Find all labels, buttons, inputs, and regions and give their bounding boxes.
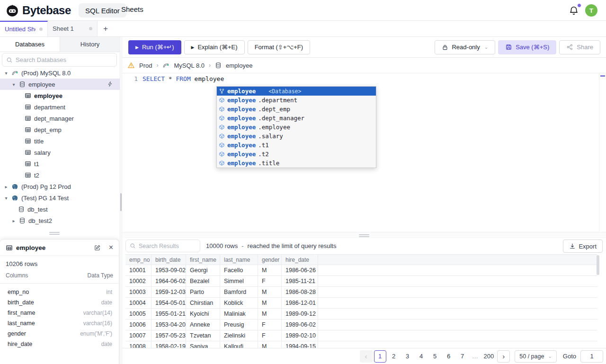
share-button[interactable]: Share bbox=[559, 40, 600, 54]
tree-item-database-employee[interactable]: ▾ employee bbox=[0, 79, 120, 90]
splitter-handle[interactable] bbox=[120, 193, 122, 211]
tab-databases[interactable]: Databases bbox=[0, 37, 60, 52]
cell: 1959-12-03 bbox=[152, 287, 186, 297]
tree-item-label: db_test bbox=[27, 206, 48, 213]
table-row[interactable]: 10005 1955-01-21 Kyoichi Maliniak M 1989… bbox=[125, 309, 597, 320]
column-name: gender bbox=[8, 330, 26, 337]
avatar[interactable]: T bbox=[585, 4, 597, 17]
table-row[interactable]: 10002 1964-06-02 Bezalel Simmel F 1985-1… bbox=[125, 276, 597, 287]
column-header[interactable]: emp_no bbox=[125, 255, 152, 265]
panel-resize-handle[interactable] bbox=[49, 232, 60, 235]
caret-down-icon[interactable]: ▾ bbox=[4, 195, 9, 201]
tree-item-table-dept-emp[interactable]: dept_emp bbox=[0, 124, 120, 135]
nav-sheets[interactable]: Sheets bbox=[121, 5, 143, 13]
table-row[interactable]: 10006 1953-04-20 Anneke Preusig F 1989-0… bbox=[125, 320, 597, 330]
page-button[interactable]: 2 bbox=[388, 350, 400, 363]
results-search-input[interactable] bbox=[139, 243, 196, 249]
suggest-item-table[interactable]: employee.salary bbox=[217, 132, 376, 141]
page-button[interactable]: 1 bbox=[374, 350, 386, 363]
caret-down-icon[interactable]: ▾ bbox=[4, 71, 9, 76]
tree-item-table-salary[interactable]: salary bbox=[0, 147, 120, 158]
tree-item-database-db-test2[interactable]: ▸ db_test2 bbox=[0, 215, 120, 226]
caret-right-icon[interactable]: ▸ bbox=[11, 218, 16, 223]
page-button[interactable]: 3 bbox=[401, 350, 414, 363]
format-button[interactable]: Format (⇧+⌥+F) bbox=[248, 40, 310, 54]
suggest-item-database[interactable]: employee <Database> bbox=[217, 87, 376, 96]
tree-item-table-employee[interactable]: employee bbox=[0, 90, 120, 101]
datatype-header: Data Type bbox=[88, 272, 113, 279]
autocomplete-popup: employee <Database> employee.department … bbox=[216, 86, 376, 168]
suggest-item-table[interactable]: employee.employee bbox=[217, 123, 376, 132]
cell: Zielinski bbox=[220, 330, 258, 341]
add-tab-icon[interactable]: + bbox=[98, 21, 114, 36]
suggest-item-table[interactable]: employee.department bbox=[217, 96, 376, 105]
caret-down-icon[interactable]: ▾ bbox=[11, 82, 16, 87]
tree-item-label: employee bbox=[34, 92, 62, 99]
table-row[interactable]: 10008 1958-02-19 Saniva Kalloufi M 1994-… bbox=[125, 341, 597, 348]
column-header[interactable]: hire_date bbox=[282, 255, 318, 265]
database-icon bbox=[19, 217, 26, 224]
page-button[interactable]: 5 bbox=[429, 350, 441, 363]
pagination-ellipsis: … bbox=[470, 353, 481, 360]
tab-history[interactable]: History bbox=[60, 37, 120, 52]
suggest-item-table[interactable]: employee.dept_emp bbox=[217, 105, 376, 114]
tree-item-instance-pg14[interactable]: ▾ (Test) PG 14 Test bbox=[0, 192, 120, 204]
explain-button[interactable]: ▶ Explain (⌘+E) bbox=[184, 40, 245, 54]
tree-item-database-db-test[interactable]: db_test bbox=[0, 204, 120, 215]
tree-item-table-t2[interactable]: t2 bbox=[0, 169, 120, 181]
suggest-item-table[interactable]: employee.t1 bbox=[217, 141, 376, 150]
database-icon bbox=[215, 62, 222, 69]
export-button[interactable]: Export bbox=[563, 240, 603, 253]
column-header[interactable]: last_name bbox=[220, 255, 258, 265]
edit-icon[interactable] bbox=[94, 244, 101, 251]
tree-item-table-title[interactable]: title bbox=[0, 135, 120, 147]
run-button[interactable]: ▶ Run (⌘+↵) bbox=[128, 40, 181, 54]
breadcrumb-environment[interactable]: Prod bbox=[139, 62, 152, 69]
tree-item-instance-mysql[interactable]: ▾ (Prod) MySQL 8.0 bbox=[0, 67, 120, 79]
table-row[interactable]: 10001 1953-09-02 Georgi Facello M 1986-0… bbox=[125, 265, 597, 276]
page-button[interactable]: 4 bbox=[415, 350, 428, 363]
sheet-tab-sheet1[interactable]: Sheet 1 bbox=[48, 21, 98, 36]
suggest-item-table[interactable]: employee.title bbox=[217, 159, 376, 168]
suggest-item-table[interactable]: employee.t2 bbox=[217, 150, 376, 159]
table-row[interactable]: 10004 1954-05-01 Chirstian Koblick M 198… bbox=[125, 298, 597, 309]
results-splitter[interactable] bbox=[122, 232, 606, 238]
search-input[interactable] bbox=[16, 56, 113, 63]
breadcrumb-instance[interactable]: MySQL 8.0 bbox=[174, 62, 205, 69]
next-page-button[interactable]: › bbox=[497, 350, 510, 363]
sql-star: * bbox=[169, 75, 172, 82]
tree-item-table-t1[interactable]: t1 bbox=[0, 158, 120, 169]
column-header[interactable]: birth_date bbox=[152, 255, 186, 265]
readonly-mode-select[interactable]: Read-only ⌄ bbox=[435, 40, 495, 54]
splitter-handle[interactable] bbox=[359, 234, 369, 238]
close-icon[interactable]: × bbox=[109, 244, 113, 251]
results-scrollbar[interactable] bbox=[597, 255, 599, 347]
goto-page-input[interactable] bbox=[580, 350, 603, 363]
page-size-select[interactable]: 50 / page ⌄ bbox=[515, 350, 557, 363]
prev-page-button[interactable]: ‹ bbox=[360, 350, 373, 363]
suggest-item-table[interactable]: employee.dept_manager bbox=[217, 114, 376, 123]
database-search[interactable] bbox=[2, 53, 117, 67]
results-panel: 10000 rows - reached the limit of query … bbox=[122, 238, 606, 364]
breadcrumb-database[interactable]: employee bbox=[226, 62, 252, 69]
page-button[interactable]: 6 bbox=[443, 350, 455, 363]
sheet-tab-untitled[interactable]: Untitled Sheet bbox=[0, 21, 48, 36]
caret-right-icon[interactable]: ▸ bbox=[4, 184, 9, 189]
sql-editor[interactable]: 1 SELECT * FROM employee employee <Datab… bbox=[122, 73, 606, 232]
breadcrumb-separator: › bbox=[156, 62, 158, 69]
nav-sql-editor[interactable]: SQL Editor bbox=[79, 3, 126, 18]
bytebase-logo[interactable] bbox=[5, 3, 19, 18]
page-button[interactable]: 7 bbox=[456, 350, 469, 363]
code-line[interactable]: SELECT * FROM employee bbox=[143, 75, 224, 82]
tree-item-instance-pg12[interactable]: ▸ (Prod) Pg 12 Prod bbox=[0, 181, 120, 192]
save-button[interactable]: Save (⌘+S) bbox=[498, 40, 556, 54]
results-search[interactable] bbox=[125, 240, 200, 252]
column-header[interactable]: gender bbox=[258, 255, 282, 265]
column-header[interactable]: first_name bbox=[186, 255, 220, 265]
table-row[interactable]: 10007 1957-05-23 Tzvetan Zielinski F 198… bbox=[125, 330, 597, 341]
tree-item-table-dept-manager[interactable]: dept_manager bbox=[0, 113, 120, 124]
table-row[interactable]: 10003 1959-12-03 Parto Bamford M 1986-08… bbox=[125, 287, 597, 298]
tree-item-table-department[interactable]: department bbox=[0, 101, 120, 113]
bolt-icon[interactable] bbox=[107, 81, 113, 87]
page-button[interactable]: 200 bbox=[482, 350, 496, 363]
